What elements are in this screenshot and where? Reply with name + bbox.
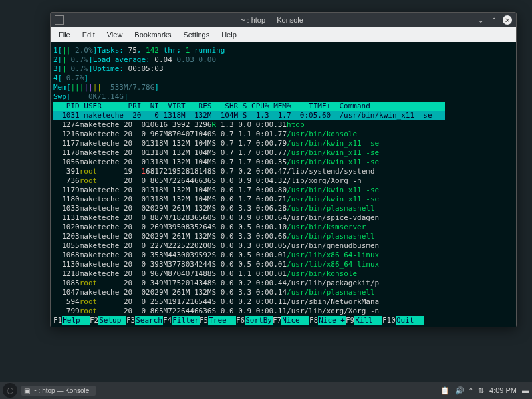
menu-settings[interactable]: Settings xyxy=(178,29,215,40)
network-icon[interactable]: ⇅ xyxy=(478,386,484,395)
menubar: File Edit View Bookmarks Settings Help xyxy=(51,27,516,42)
clock[interactable]: 4:09 PM xyxy=(489,386,517,394)
terminal[interactable]: 1 [|| 2.0%] Tasks: 75, 142 thr; 1 runnin… xyxy=(51,42,516,327)
taskbar-item-konsole[interactable]: ▣ ~ : htop — Konsole xyxy=(21,386,96,396)
system-tray: 📋 🔊 ^ ⇅ 4:09 PM ▬ xyxy=(440,386,529,395)
close-button[interactable]: ✕ xyxy=(503,15,512,25)
taskbar-app-icon: ▣ xyxy=(24,387,30,394)
app-icon xyxy=(55,15,64,25)
menu-view[interactable]: View xyxy=(102,29,128,40)
konsole-window: ~ : htop — Konsole ⌄ ⌃ ✕ File Edit View … xyxy=(50,12,517,327)
chevron-up-icon[interactable]: ^ xyxy=(469,386,473,394)
minimize-button[interactable]: ⌄ xyxy=(476,15,485,25)
window-title: ~ : htop — Konsole xyxy=(68,16,476,24)
taskbar: ◌ ▣ ~ : htop — Konsole 📋 🔊 ^ ⇅ 4:09 PM ▬ xyxy=(0,382,532,399)
show-desktop-icon[interactable]: ▬ xyxy=(522,386,529,394)
menu-edit[interactable]: Edit xyxy=(77,29,100,40)
menu-file[interactable]: File xyxy=(53,29,76,40)
app-launcher-icon[interactable]: ◌ xyxy=(3,383,17,398)
menu-bookmarks[interactable]: Bookmarks xyxy=(129,29,176,40)
clipboard-icon[interactable]: 📋 xyxy=(440,386,450,395)
maximize-button[interactable]: ⌃ xyxy=(489,15,499,25)
taskbar-item-label: ~ : htop — Konsole xyxy=(33,387,89,394)
titlebar[interactable]: ~ : htop — Konsole ⌄ ⌃ ✕ xyxy=(51,13,516,27)
menu-help[interactable]: Help xyxy=(216,29,242,40)
volume-icon[interactable]: 🔊 xyxy=(455,386,464,395)
